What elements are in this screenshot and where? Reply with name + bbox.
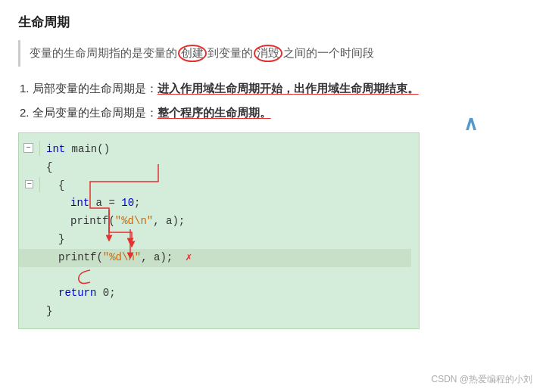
code-area: − int main() { − { int a = 10; printf("%… xyxy=(18,132,420,329)
code-line-5: printf("%d\n", a); xyxy=(19,213,411,231)
code-line-3: − { xyxy=(19,177,411,195)
list-item-1-num: 1. xyxy=(20,82,30,95)
code-block: − int main() { − { int a = 10; printf("%… xyxy=(18,132,420,329)
quote-text-middle: 到变量的 xyxy=(207,47,253,59)
quote-word2: 消毁 xyxy=(254,45,282,62)
quote-block: 变量的生命周期指的是变量的创建到变量的消毁之间的一个时间段 xyxy=(18,40,528,67)
code-text-5: printf("%d\n", a); xyxy=(46,213,411,231)
code-text-4: int a = 10; xyxy=(46,194,411,213)
watermark: CSDN @热爱编程的小刘 xyxy=(431,373,532,386)
list-item-2-num: 2. xyxy=(20,106,30,119)
collapse-icon-1[interactable]: − xyxy=(23,143,33,153)
quote-text-after: 之间的一个时间段 xyxy=(283,47,374,59)
list-item-2-part1: 整个程序的生命周期。 xyxy=(158,106,271,119)
code-line-6: } xyxy=(19,231,411,249)
quote-text-before: 变量的生命周期指的是变量的 xyxy=(30,47,177,59)
code-text-7: printf("%d\n", a); ✗ xyxy=(46,249,411,267)
code-gutter-3: − xyxy=(19,177,40,192)
quote-word1: 创建 xyxy=(178,45,207,62)
list-item-1-part1: 进入作用域生命周期开始， xyxy=(158,82,294,95)
code-text-10: } xyxy=(46,303,411,321)
list-item-1-prefix: 局部变量的生命周期是： xyxy=(33,82,158,95)
page-title: 生命周期 xyxy=(18,14,528,31)
list-item-1-part2: 出作用域生命周期结束。 xyxy=(294,82,419,95)
list-section: 1. 局部变量的生命周期是：进入作用域生命周期开始，出作用域生命周期结束。 2.… xyxy=(18,79,528,122)
code-text-8 xyxy=(46,267,411,285)
code-line-10: } xyxy=(19,303,411,321)
code-line-7: printf("%d\n", a); ✗ xyxy=(19,249,411,267)
code-line-1: − int main() xyxy=(19,141,411,159)
code-line-4: int a = 10; xyxy=(19,194,411,213)
list-item-2: 2. 全局变量的生命周期是：整个程序的生命周期。 xyxy=(20,103,528,123)
list-item-1: 1. 局部变量的生命周期是：进入作用域生命周期开始，出作用域生命周期结束。 xyxy=(20,79,528,98)
code-text-3: { xyxy=(46,177,411,195)
code-line-8 xyxy=(19,267,411,285)
code-text-6: } xyxy=(46,231,411,249)
code-line-2: { xyxy=(19,159,411,177)
list-item-2-prefix: 全局变量的生命周期是： xyxy=(33,106,158,119)
collapse-icon-2[interactable]: − xyxy=(25,180,33,188)
code-text-1: int main() xyxy=(46,141,411,159)
up-arrow-annotation: ∧ xyxy=(463,112,478,135)
code-line-9: return 0; xyxy=(19,285,411,303)
code-gutter-1: − xyxy=(19,141,40,156)
code-text-2: { xyxy=(46,159,411,177)
code-text-9: return 0; xyxy=(46,285,411,303)
